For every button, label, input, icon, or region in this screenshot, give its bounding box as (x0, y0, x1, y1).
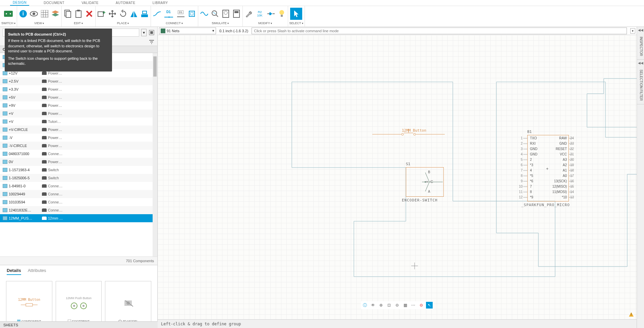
edit-label[interactable]: EDIT (74, 21, 83, 25)
switch-label[interactable]: SWITCH (1, 21, 15, 25)
table-row[interactable]: +3.3V Power… (0, 85, 157, 93)
table-row[interactable]: +2.5V Power… (0, 77, 157, 85)
table-row[interactable]: +V Power… (0, 109, 157, 118)
encoder-symbol[interactable] (406, 167, 444, 197)
table-row[interactable]: 0480371000 Conne… (0, 150, 157, 158)
filter-button[interactable]: ▾ (141, 29, 147, 36)
mirror-icon[interactable] (129, 9, 139, 18)
component-icon (3, 216, 7, 220)
scrollbar[interactable] (153, 53, 157, 256)
meter1-icon[interactable] (221, 9, 230, 18)
svg-point-33 (401, 133, 404, 135)
cv-zoomin-icon[interactable]: ⊕ (378, 302, 384, 309)
cv-cursor-icon[interactable]: ↖ (426, 302, 433, 309)
table-row[interactable]: 1-1571983-4 Switch (0, 166, 157, 174)
preview-3dmodel[interactable]: 3D MODEL (105, 281, 151, 325)
paste-icon[interactable] (74, 9, 83, 18)
cv-zoomout-icon[interactable]: ⊖ (394, 302, 400, 309)
select-label[interactable]: SELECT (289, 21, 303, 25)
schematic-canvas[interactable]: 12MM Button S1 ENCODER-SWITCH B + C A B1… (158, 35, 637, 319)
simulate-label[interactable]: SIMULATE (212, 21, 228, 25)
move-icon[interactable] (108, 9, 117, 18)
table-row[interactable]: 10103594 Conne… (0, 198, 157, 206)
component-list[interactable]: +1.2V Power…+1.8V Power…+12V Power…+2.5V… (0, 53, 157, 256)
connect-label[interactable]: CONNECT (166, 21, 183, 25)
table-row[interactable]: -V-CIRCLE Power… (0, 142, 157, 150)
modify-label[interactable]: MODIFY (258, 21, 272, 25)
filter-icon[interactable] (149, 40, 155, 44)
switch-icon[interactable] (2, 8, 14, 20)
grid-icon[interactable] (40, 9, 49, 18)
eye-icon[interactable] (29, 9, 39, 18)
view-label[interactable]: VIEW (34, 21, 44, 25)
info-icon[interactable]: i (18, 9, 28, 18)
bulb-icon[interactable] (277, 9, 286, 18)
expand-inspector-icon[interactable]: ◀◀ (637, 27, 644, 33)
inspector-tab[interactable]: INSPECTOR (637, 33, 644, 60)
place-label[interactable]: PLACE (117, 21, 129, 25)
nets-dropdown[interactable]: 91 Nets ▾ (159, 28, 216, 34)
cv-dots-icon[interactable]: ⋯ (410, 302, 417, 309)
tab-details[interactable]: Details (7, 268, 21, 275)
command-input[interactable] (252, 28, 627, 34)
table-row[interactable]: 12MM_PUS… 12mm … (0, 214, 157, 222)
encoder-name: ENCODER-SWITCH (402, 198, 438, 202)
net-tag-icon[interactable]: D1 (176, 9, 186, 18)
component-icon (3, 208, 7, 212)
sheets-tab[interactable]: SHEETS (0, 321, 158, 328)
tab-design[interactable]: DESIGN (10, 0, 29, 6)
tab-document[interactable]: DOCUMENT (41, 0, 67, 5)
tab-attributes[interactable]: Attributes (28, 268, 46, 275)
meter2-icon[interactable] (232, 9, 241, 18)
copy-icon[interactable] (63, 9, 72, 18)
table-row[interactable]: -V Power… (0, 134, 157, 142)
wire-icon[interactable] (152, 9, 162, 18)
preview-component[interactable]: 12MM Button COMPONENT (6, 281, 52, 325)
ribbon: SWITCH i VIEW EDIT PLACE (0, 6, 644, 27)
wrench-icon[interactable] (244, 9, 254, 18)
coordinates: 0.1 inch (-1.6 3.2) (219, 29, 248, 33)
cv-grid-icon[interactable]: ▦ (402, 302, 409, 309)
net-label-icon[interactable]: D1 (163, 9, 174, 18)
preview-footprint[interactable]: 12MM Push Button FOOTPRINT (56, 281, 102, 325)
table-row[interactable]: +9V Power… (0, 101, 157, 109)
component-icon (3, 200, 7, 204)
align-icon[interactable] (140, 9, 149, 18)
library-icon (42, 136, 47, 139)
details-tabs: Details Attributes (0, 265, 157, 278)
table-row[interactable]: 12401832E… Conne… (0, 206, 157, 214)
table-row[interactable]: 0V Power… (0, 158, 157, 166)
cv-eye-icon[interactable]: 👁 (370, 302, 376, 309)
table-row[interactable]: 1-84981-0 Conne… (0, 182, 157, 190)
value-icon[interactable]: R2 10K (255, 9, 265, 18)
tab-automate[interactable]: AUTOMATE (113, 0, 138, 5)
delete-icon[interactable] (85, 9, 94, 18)
connector-icon[interactable] (266, 9, 276, 18)
warning-icon[interactable]: ! (629, 312, 634, 317)
cv-stop-icon[interactable]: ⊖ (418, 302, 425, 309)
cv-zoomfit-icon[interactable]: ⊡ (386, 302, 392, 309)
tab-library[interactable]: LIBRARY (150, 0, 171, 5)
sine-icon[interactable] (200, 9, 209, 18)
svg-rect-11 (98, 12, 103, 16)
rotate-icon[interactable] (118, 9, 128, 18)
table-row[interactable]: +V Tutori… (0, 118, 157, 126)
probe-icon[interactable] (210, 9, 220, 18)
tab-validate[interactable]: VALIDATE (79, 0, 101, 5)
cv-info-icon[interactable]: ⓘ (362, 302, 368, 309)
panel-settings-icon[interactable] (149, 30, 155, 36)
svg-rect-9 (76, 11, 81, 17)
component-icon (3, 111, 7, 115)
cmd-dropdown[interactable]: ▾ (630, 28, 635, 34)
expand-filter-icon[interactable]: ◀◀ (637, 60, 644, 66)
table-row[interactable]: +5V Power… (0, 93, 157, 101)
table-row[interactable]: 1-1825006-5 Switch (0, 174, 157, 182)
table-row[interactable]: 10029449 Conne… (0, 190, 157, 198)
add-part-icon[interactable] (97, 9, 106, 18)
left-panel: ▾ Component ▴ Library Variant +1.2V Powe… (0, 27, 158, 328)
select-icon[interactable] (290, 8, 302, 20)
bus-icon[interactable] (187, 9, 197, 18)
table-row[interactable]: +V-CIRCLE Power… (0, 126, 157, 134)
layers-icon[interactable] (51, 9, 60, 18)
selection-filter-tab[interactable]: SELECTION FILTER (637, 66, 644, 104)
